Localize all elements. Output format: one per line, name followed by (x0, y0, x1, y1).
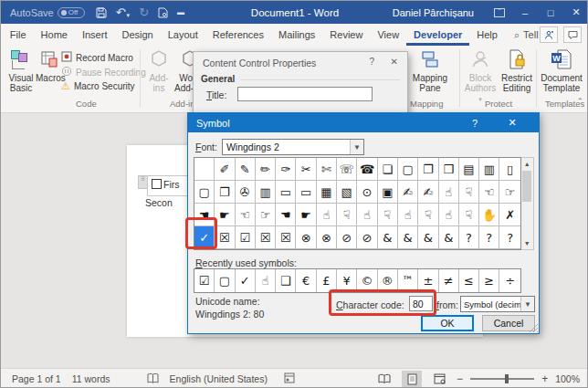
ribbon-tab[interactable]: Review (322, 24, 370, 46)
close-button[interactable]: ✕ (563, 1, 588, 24)
search-icon[interactable]: ⌕ (514, 29, 520, 41)
save-icon[interactable] (96, 7, 107, 18)
symbol-cell[interactable]: ❐ (418, 158, 438, 181)
symbol-cell[interactable]: ☛ (215, 204, 235, 226)
symbol-cell[interactable]: ☒ (215, 226, 235, 249)
symbol-cell[interactable]: ✑ (276, 158, 296, 181)
symbol-cell[interactable]: ☝ (256, 269, 276, 292)
minimize-button[interactable]: – (512, 1, 538, 24)
symbol-cell[interactable]: ☏ (337, 158, 357, 181)
xml-mapping-pane-button[interactable]: Mapping Pane (404, 47, 456, 93)
touch-mode-icon[interactable] (158, 7, 168, 18)
print-layout-button[interactable] (402, 371, 422, 387)
symbol-cell[interactable]: ≠ (439, 269, 459, 292)
document-template-button[interactable]: W Document Template (538, 47, 585, 93)
read-mode-button[interactable] (374, 371, 394, 387)
ribbon-tab[interactable]: Mailings (271, 24, 322, 46)
symbol-cell[interactable]: ☜ (479, 181, 499, 204)
macro-status-icon[interactable] (284, 372, 295, 385)
ribbon-tab[interactable]: Help (469, 24, 505, 46)
ccp-help-button[interactable]: ? (369, 57, 374, 67)
comments-button[interactable] (563, 26, 582, 43)
ok-button[interactable]: OK (421, 315, 474, 331)
symbol-cell[interactable]: ☝ (439, 204, 459, 226)
symbol-cell[interactable]: ▧ (337, 181, 357, 204)
symbol-help-button[interactable]: ? (461, 113, 488, 132)
zoom-slider-thumb[interactable] (505, 374, 509, 383)
undo-button[interactable]: ↶▾ (116, 5, 130, 19)
symbol-cell[interactable]: & (418, 226, 438, 249)
symbol-cell[interactable]: ☟ (337, 204, 357, 226)
zoom-in-button[interactable]: + (541, 372, 548, 385)
symbol-cell[interactable]: ☟ (459, 204, 479, 226)
ribbon-tab[interactable]: Layout (161, 24, 205, 46)
symbol-cell[interactable]: ☝ (317, 204, 337, 226)
page-indicator[interactable]: Page 1 of 1 (12, 373, 61, 384)
symbol-cell[interactable]: ☚ (276, 204, 296, 226)
symbol-cell[interactable]: ✋ (479, 204, 499, 226)
ribbon-tab[interactable]: Developer (406, 24, 469, 46)
scroll-down-icon[interactable]: ▼ (524, 237, 530, 249)
symbol-cell[interactable]: ✍ (398, 181, 418, 204)
symbol-cell[interactable]: £ (317, 269, 337, 292)
symbol-cell[interactable]: ≥ (479, 269, 499, 292)
zoom-slider[interactable] (470, 378, 534, 380)
tell-me-box[interactable]: Tell me w (523, 29, 540, 40)
symbol-cell[interactable]: ☚ (194, 204, 215, 226)
symbol-cell[interactable]: © (357, 269, 377, 292)
web-layout-button[interactable] (429, 371, 449, 387)
ribbon-tab[interactable]: Insert (75, 24, 115, 46)
zoom-level[interactable]: 100% (555, 373, 580, 384)
visual-basic-button[interactable]: Visual Basic (6, 47, 36, 93)
ccp-close-button[interactable]: ✕ (391, 57, 398, 67)
user-name[interactable]: Daniel Pârchișanu (393, 7, 474, 18)
share-button[interactable] (540, 26, 558, 43)
symbol-cell[interactable]: ▢ (398, 158, 418, 181)
symbol-cell[interactable]: ⊗ (317, 226, 337, 249)
restrict-editing-button[interactable]: Restrict Editing (499, 47, 534, 93)
symbol-cell[interactable]: ☟ (378, 204, 398, 226)
symbol-cell[interactable]: ❏ (378, 158, 398, 181)
font-combobox[interactable]: Wingdings 2 ▼ (222, 139, 364, 155)
symbol-cell[interactable]: ® (378, 269, 398, 292)
symbol-cell[interactable]: ☎ (357, 158, 377, 181)
scroll-up-icon[interactable]: ▲ (524, 158, 530, 170)
ribbon-tab[interactable]: View (370, 24, 406, 46)
symbol-cell[interactable]: ☟ (418, 204, 438, 226)
symbol-cell[interactable]: ☛ (296, 204, 316, 226)
from-combobox[interactable]: Symbol (decimal) ▼ (460, 296, 535, 312)
symbol-cell[interactable]: ❐ (215, 181, 235, 204)
chevron-down-icon[interactable]: ▼ (350, 140, 363, 154)
symbol-cell[interactable]: ✍ (418, 181, 438, 204)
symbol-cell[interactable]: ▭ (276, 181, 296, 204)
symbol-cell[interactable]: ☒ (276, 226, 296, 249)
symbol-cell[interactable]: € (296, 269, 316, 292)
symbol-cell[interactable]: ▢ (194, 181, 215, 204)
proofing-icon[interactable] (147, 372, 159, 386)
symbol-cell[interactable]: ✄ (317, 158, 337, 181)
ribbon-tab[interactable]: References (205, 24, 271, 46)
symbol-cell[interactable]: ▦ (317, 181, 337, 204)
symbol-cell[interactable]: & (439, 226, 459, 249)
language-indicator[interactable]: English (United States) (170, 373, 268, 384)
symbol-cell[interactable]: ▯ (499, 158, 520, 181)
symbol-cell[interactable] (194, 158, 215, 181)
symbol-close-button[interactable]: ✕ (499, 113, 526, 132)
symbol-cell[interactable]: ⊙ (357, 181, 377, 204)
ribbon-display-options-button[interactable]: ⌃ (487, 1, 512, 24)
symbol-cell[interactable]: ¥ (337, 269, 357, 292)
macro-security-button[interactable]: ⚠ Macro Security (61, 80, 135, 92)
customize-qat-icon[interactable]: ▬ (177, 8, 184, 16)
maximize-button[interactable]: □ (538, 1, 563, 24)
symbol-cell[interactable]: ™ (398, 269, 418, 292)
symbol-cell[interactable]: ± (418, 269, 438, 292)
scrollbar-thumb[interactable] (522, 171, 531, 202)
character-code-input[interactable]: 80 (409, 296, 433, 311)
symbol-cell[interactable]: ✐ (215, 158, 235, 181)
zoom-out-button[interactable]: − (457, 372, 463, 385)
symbol-cell[interactable]: ☞ (499, 181, 520, 204)
redo-button[interactable]: ↻ (139, 5, 149, 19)
record-macro-button[interactable]: Record Macro (61, 51, 133, 64)
symbol-cell[interactable]: ✗ (499, 204, 520, 226)
ribbon-tab[interactable]: File (3, 24, 34, 46)
